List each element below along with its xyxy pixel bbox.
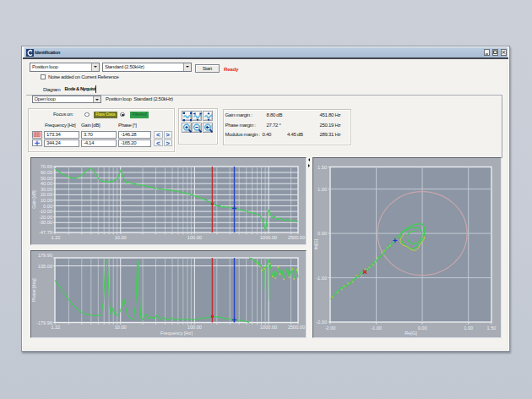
svg-text:100.00: 100.00 (187, 235, 202, 240)
svg-text:1.00: 1.00 (464, 325, 473, 331)
svg-text:Re[G]: Re[G] (404, 331, 417, 336)
svg-text:1000.00: 1000.00 (260, 235, 277, 240)
svg-text:-1.00: -1.00 (371, 325, 382, 331)
svg-text:-2.00: -2.00 (316, 320, 327, 325)
svg-text:2500.00: 2500.00 (288, 325, 305, 330)
svg-text:30.00: 30.00 (41, 187, 52, 192)
svg-text:10.00: 10.00 (41, 198, 52, 203)
svg-text:40.00: 40.00 (41, 181, 52, 186)
svg-text:Im[G]: Im[G] (313, 238, 318, 249)
svg-text:-179.96: -179.96 (36, 320, 52, 325)
svg-text:10.00: 10.00 (115, 235, 127, 240)
svg-text:100.00: 100.00 (187, 325, 202, 330)
svg-text:20.00: 20.00 (41, 192, 52, 197)
svg-text:-1.00: -1.00 (316, 276, 327, 281)
svg-text:1.22: 1.22 (52, 235, 61, 240)
svg-text:135.00: 135.00 (38, 264, 52, 269)
svg-text:-30.00: -30.00 (39, 220, 52, 225)
svg-text:70.66: 70.66 (41, 164, 52, 169)
svg-text:-20.00: -20.00 (39, 215, 52, 220)
svg-text:0.00: 0.00 (418, 325, 427, 331)
svg-text:50.00: 50.00 (41, 176, 52, 181)
svg-text:1.22: 1.22 (52, 325, 61, 330)
svg-text:1.00: 1.00 (318, 187, 327, 192)
svg-text:2500.00: 2500.00 (288, 235, 305, 240)
svg-text:1000.00: 1000.00 (260, 325, 277, 330)
svg-text:10.00: 10.00 (115, 325, 127, 330)
svg-text:1.50: 1.50 (318, 165, 327, 170)
svg-text:1.50: 1.50 (487, 325, 497, 331)
svg-text:0.00: 0.00 (43, 204, 52, 209)
svg-text:60.00: 60.00 (41, 170, 52, 175)
svg-text:Phase [deg]: Phase [deg] (31, 278, 36, 302)
svg-text:179.90: 179.90 (38, 253, 52, 258)
svg-text:-2.00: -2.00 (325, 325, 336, 331)
svg-text:Gain [dB]: Gain [dB] (31, 190, 36, 209)
svg-text:Frequency [Hz]: Frequency [Hz] (160, 331, 193, 336)
svg-text:0.00: 0.00 (318, 231, 327, 236)
svg-text:-10.00: -10.00 (39, 209, 52, 214)
